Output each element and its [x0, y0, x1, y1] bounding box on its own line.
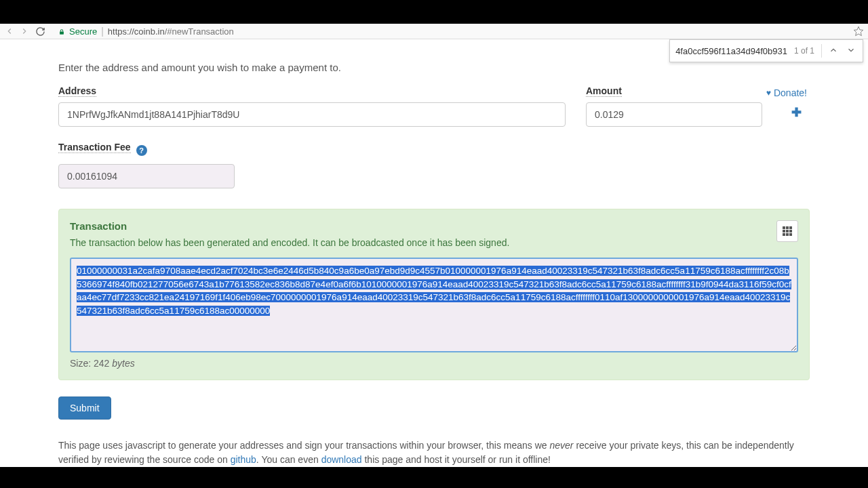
- lock-icon: [58, 27, 65, 35]
- heart-icon: ♥: [766, 88, 771, 98]
- add-output-button[interactable]: ✚: [791, 105, 802, 120]
- address-field: Address: [58, 85, 566, 127]
- fee-row: Transaction Fee ?: [58, 142, 810, 188]
- amount-input[interactable]: [586, 102, 762, 127]
- transaction-title: Transaction: [70, 220, 798, 232]
- find-in-page-bar: 4fa0ccf596f11a34d94f0b931 1 of 1: [669, 39, 863, 62]
- download-link[interactable]: download: [321, 454, 362, 465]
- qr-icon: [783, 226, 792, 236]
- transaction-hex-selection: 01000000031a2cafa9708aae4ecd2acf7024bc3e…: [77, 266, 791, 316]
- back-button[interactable]: [4, 26, 15, 37]
- divider: [821, 44, 822, 58]
- page-content: ♥ Donate! Enter the address and amount y…: [0, 62, 868, 467]
- svg-marker-1: [854, 26, 863, 35]
- bookmark-star-icon[interactable]: [853, 26, 864, 37]
- reload-button[interactable]: [34, 25, 46, 37]
- github-link[interactable]: github: [231, 454, 256, 465]
- separator: |: [101, 26, 104, 37]
- intro-text: Enter the address and amount you wish to…: [58, 62, 810, 73]
- fee-label: Transaction Fee: [58, 142, 131, 153]
- address-input[interactable]: [58, 102, 566, 127]
- help-icon[interactable]: ?: [136, 145, 147, 156]
- address-label: Address: [58, 85, 96, 97]
- fee-input[interactable]: [58, 164, 235, 188]
- qr-code-button[interactable]: [776, 220, 798, 242]
- browser-toolbar: Secure | https://coinb.in/#newTransactio…: [0, 24, 868, 39]
- forward-button[interactable]: [19, 26, 30, 37]
- footer-note: This page uses javascript to generate yo…: [58, 439, 810, 467]
- letterbox-top: [0, 0, 868, 24]
- letterbox-bottom: [0, 467, 868, 488]
- transaction-size: Size: 242 bytes: [70, 358, 798, 369]
- url-text: https://coinb.in/#newTransaction: [108, 26, 234, 37]
- amount-field: Amount: [586, 85, 762, 127]
- donate-link[interactable]: ♥ Donate!: [766, 87, 807, 98]
- amount-label: Amount: [586, 85, 622, 97]
- svg-rect-0: [60, 32, 64, 35]
- transaction-hex-textarea[interactable]: 01000000031a2cafa9708aae4ecd2acf7024bc3e…: [70, 258, 798, 352]
- find-count: 1 of 1: [794, 46, 814, 56]
- transaction-panel: Transaction The transaction below has be…: [58, 209, 810, 380]
- submit-button[interactable]: Submit: [58, 396, 111, 420]
- donate-label: Donate!: [774, 87, 807, 98]
- address-bar[interactable]: Secure | https://coinb.in/#newTransactio…: [50, 26, 849, 37]
- find-next-button[interactable]: [846, 45, 857, 56]
- transaction-description: The transaction below has been generated…: [70, 237, 798, 248]
- find-query[interactable]: 4fa0ccf596f11a34d94f0b931: [675, 46, 787, 56]
- secure-label: Secure: [69, 26, 97, 37]
- payment-row: Address Amount ✚: [58, 85, 810, 127]
- find-prev-button[interactable]: [829, 45, 840, 56]
